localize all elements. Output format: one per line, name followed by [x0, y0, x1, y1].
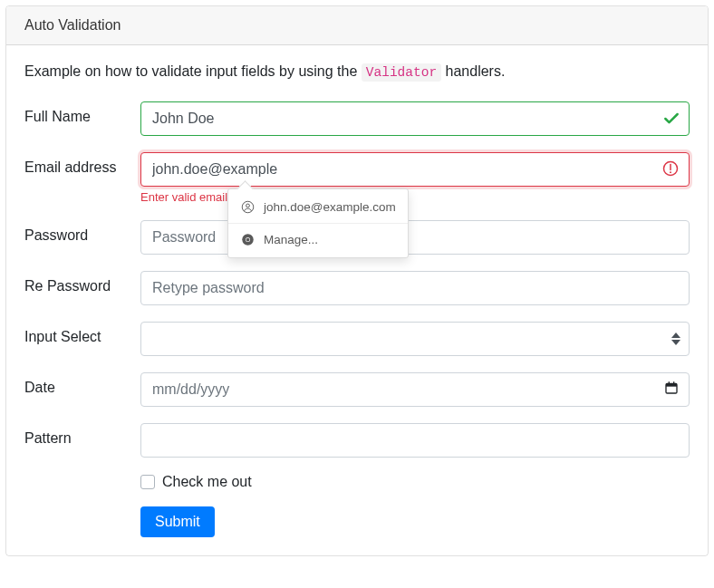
card: Auto Validation Example on how to valida…: [5, 5, 709, 556]
autocomplete-divider: [228, 223, 408, 224]
field-select: [140, 322, 690, 356]
svg-point-4: [246, 204, 250, 207]
submit-button[interactable]: Submit: [140, 506, 215, 537]
card-body: Example on how to validate input fields …: [6, 45, 708, 555]
autocomplete-dropdown: john.doe@example.com Manage...: [227, 188, 409, 258]
autocomplete-suggestion-text: john.doe@example.com: [264, 200, 396, 214]
field-repassword: [140, 271, 690, 305]
field-date: [140, 372, 690, 407]
input-repassword[interactable]: [140, 271, 690, 305]
input-date[interactable]: [140, 372, 690, 407]
error-message-email: Enter valid email!: [140, 190, 690, 204]
row-pattern: Pattern: [24, 423, 690, 458]
input-email[interactable]: [140, 152, 690, 187]
intro-text: Example on how to validate input fields …: [24, 63, 690, 80]
input-password[interactable]: [140, 220, 690, 255]
field-fullname: [140, 101, 690, 136]
autocomplete-suggestion[interactable]: john.doe@example.com: [228, 193, 408, 221]
row-repassword: Re Password: [24, 271, 690, 305]
label-fullname: Full Name: [24, 101, 140, 125]
field-password: [140, 220, 690, 255]
row-email: Email address Enter valid email! john.do…: [24, 152, 690, 204]
autocomplete-manage-text: Manage...: [264, 233, 318, 246]
svg-point-7: [246, 238, 250, 242]
row-fullname: Full Name: [24, 101, 690, 136]
intro-code: Validator: [362, 63, 441, 82]
card-title: Auto Validation: [24, 17, 121, 33]
label-email: Email address: [24, 152, 140, 176]
field-email: Enter valid email! john.doe@example.com: [140, 152, 690, 204]
input-select[interactable]: [140, 322, 690, 356]
card-header: Auto Validation: [6, 6, 708, 45]
row-submit: Submit: [24, 506, 690, 537]
checkbox-label: Check me out: [162, 474, 252, 490]
label-date: Date: [24, 372, 140, 396]
intro-suffix: handlers.: [441, 63, 505, 79]
error-icon: [662, 160, 680, 178]
label-select: Input Select: [24, 322, 140, 345]
chrome-icon: [241, 233, 255, 246]
label-pattern: Pattern: [24, 423, 140, 447]
user-circle-icon: [241, 200, 255, 214]
svg-point-2: [670, 171, 671, 173]
label-repassword: Re Password: [24, 271, 140, 294]
intro-prefix: Example on how to validate input fields …: [24, 63, 362, 79]
input-pattern[interactable]: [140, 423, 690, 458]
row-select: Input Select: [24, 322, 690, 356]
checkbox-input[interactable]: [140, 475, 155, 489]
label-password: Password: [24, 220, 140, 244]
row-check: Check me out: [24, 474, 690, 490]
submit-wrap: Submit: [140, 506, 215, 537]
checkbox-wrap[interactable]: Check me out: [140, 474, 252, 490]
input-fullname[interactable]: [140, 101, 690, 136]
field-pattern: [140, 423, 690, 458]
autocomplete-manage[interactable]: Manage...: [228, 226, 408, 254]
row-date: Date: [24, 372, 690, 407]
checkmark-icon: [662, 110, 680, 128]
